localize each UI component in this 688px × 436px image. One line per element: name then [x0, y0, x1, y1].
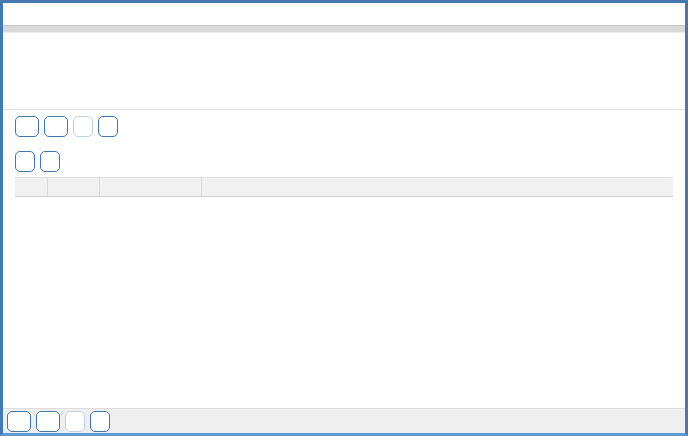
wizard-toolbar-top	[15, 110, 673, 143]
previous-button-bottom[interactable]	[7, 411, 31, 432]
row-selector-column-header	[15, 178, 47, 197]
next-button-bottom[interactable]	[36, 411, 60, 432]
cancel-button[interactable]	[98, 116, 118, 137]
cancel-button-bottom[interactable]	[90, 411, 110, 432]
wizard-stepper	[15, 45, 673, 103]
default-column-header	[47, 178, 99, 197]
binding-column-header	[99, 178, 201, 197]
next-button[interactable]	[44, 116, 68, 137]
table-header-row	[15, 178, 673, 197]
saml-config-window	[0, 0, 688, 436]
wizard-toolbar-bottom	[3, 408, 685, 433]
table-actions	[15, 151, 673, 172]
previous-button[interactable]	[15, 116, 39, 137]
titlebar-divider	[3, 26, 685, 33]
location-url-column-header	[201, 178, 673, 197]
remove-button[interactable]	[40, 151, 60, 172]
finish-button-bottom[interactable]	[65, 411, 85, 432]
main-content	[3, 33, 685, 408]
add-button[interactable]	[15, 151, 35, 172]
window-title	[3, 3, 685, 26]
finish-button[interactable]	[73, 116, 93, 137]
sso-endpoints-table	[15, 177, 673, 197]
